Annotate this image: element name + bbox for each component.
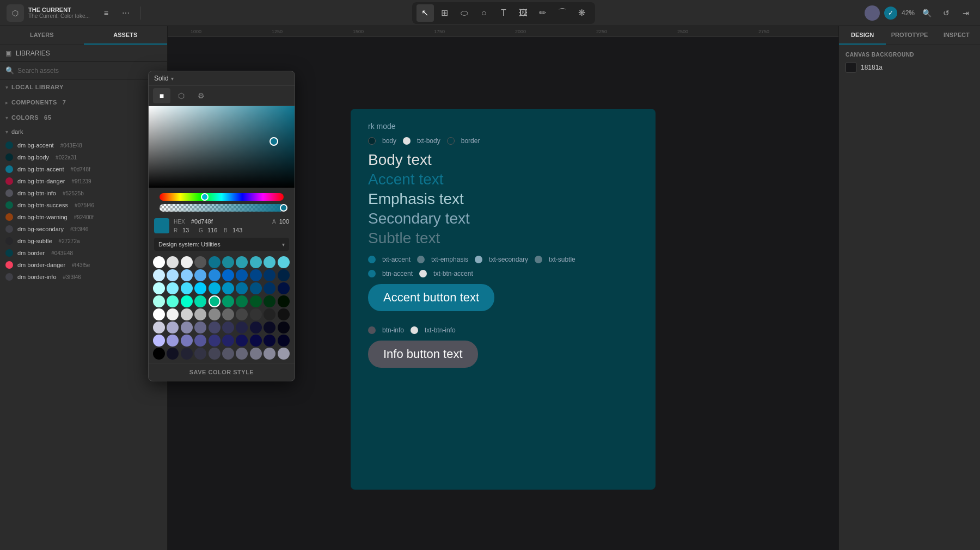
- canvas-bg-value[interactable]: 18181a: [861, 64, 883, 71]
- text-tool[interactable]: T: [495, 4, 512, 22]
- swatch[interactable]: [278, 295, 290, 307]
- swatch[interactable]: [222, 348, 234, 360]
- swatch[interactable]: [167, 348, 179, 360]
- swatch[interactable]: [278, 256, 290, 268]
- swatch[interactable]: [250, 335, 262, 347]
- color-item[interactable]: dm border#043E48: [0, 247, 167, 259]
- swatch[interactable]: [181, 308, 193, 320]
- swatch[interactable]: [194, 295, 206, 307]
- swatch[interactable]: [194, 256, 206, 268]
- pen-tool[interactable]: ✏: [534, 4, 552, 22]
- swatch[interactable]: [278, 282, 290, 294]
- swatch[interactable]: [153, 322, 165, 333]
- solid-dropdown[interactable]: Solid ▾: [154, 75, 174, 82]
- swatch[interactable]: [264, 269, 275, 281]
- swatch[interactable]: [278, 335, 290, 347]
- swatch[interactable]: [250, 308, 262, 320]
- swatch[interactable]: [167, 295, 179, 307]
- swatch[interactable]: [167, 335, 179, 347]
- swatch[interactable]: [222, 269, 234, 281]
- b-value[interactable]: 143: [232, 227, 246, 233]
- swatch[interactable]: [264, 256, 275, 268]
- swatch[interactable]: [181, 295, 193, 307]
- swatch[interactable]: [167, 322, 179, 333]
- components-header[interactable]: ▸ COMPONENTS 7: [0, 95, 167, 110]
- canvas-bg-swatch[interactable]: [846, 62, 856, 73]
- swatch[interactable]: [209, 335, 220, 347]
- swatch[interactable]: [222, 322, 234, 333]
- settings-tab[interactable]: ⚙: [192, 88, 210, 103]
- swatch[interactable]: [181, 269, 193, 281]
- swatch[interactable]: [153, 308, 165, 320]
- layers-tab[interactable]: LAYERS: [0, 26, 84, 45]
- ds-dropdown[interactable]: Design system: Utilities ▾: [154, 238, 289, 251]
- swatch[interactable]: [222, 282, 234, 294]
- swatch[interactable]: [194, 335, 206, 347]
- swatch[interactable]: [222, 295, 234, 307]
- swatch[interactable]: [153, 295, 165, 307]
- swatch[interactable]: [264, 335, 275, 347]
- swatch[interactable]: [250, 256, 262, 268]
- color-item[interactable]: dm bg-btn-danger#9f1239: [0, 175, 167, 187]
- swatch[interactable]: [236, 335, 248, 347]
- dark-group-header[interactable]: ▾ dark: [0, 125, 167, 137]
- swatch[interactable]: [250, 295, 262, 307]
- design-tab[interactable]: DESIGN: [839, 26, 886, 45]
- swatch[interactable]: [181, 256, 193, 268]
- swatch[interactable]: [250, 282, 262, 294]
- shape-tool[interactable]: ⬭: [456, 4, 473, 22]
- gradient-thumb[interactable]: [270, 137, 278, 146]
- swatch[interactable]: [181, 282, 193, 294]
- swatch[interactable]: [250, 348, 262, 360]
- swatch[interactable]: [222, 308, 234, 320]
- swatch[interactable]: [264, 308, 275, 320]
- swatch[interactable]: [167, 308, 179, 320]
- swatch[interactable]: [222, 256, 234, 268]
- swatch[interactable]: [278, 322, 290, 333]
- expand-icon[interactable]: ⇥: [958, 5, 973, 21]
- swatch[interactable]: [250, 322, 262, 333]
- swatch[interactable]: [194, 308, 206, 320]
- swatch[interactable]: [236, 348, 248, 360]
- swatch[interactable]: [153, 335, 165, 347]
- swatch[interactable]: [209, 256, 220, 268]
- menu-icon[interactable]: ≡: [99, 5, 114, 21]
- search-icon[interactable]: 🔍: [919, 5, 934, 21]
- swatch[interactable]: [194, 322, 206, 333]
- swatch[interactable]: [264, 348, 275, 360]
- swatch[interactable]: [209, 269, 220, 281]
- search-input[interactable]: [17, 67, 162, 75]
- component-tool[interactable]: ❋: [573, 4, 591, 22]
- info-button[interactable]: Info button text: [368, 341, 478, 368]
- hex-value[interactable]: #0d748f: [191, 218, 213, 225]
- color-item[interactable]: dm border-danger#f43f5e: [0, 259, 167, 271]
- save-color-style-button[interactable]: SAVE COLOR STYLE: [149, 363, 295, 381]
- color-item[interactable]: dm bg-btn-accent#0d748f: [0, 163, 167, 175]
- swatch[interactable]: [264, 295, 275, 307]
- swatch[interactable]: [209, 295, 220, 307]
- swatch[interactable]: [167, 256, 179, 268]
- color-item[interactable]: dm bg-body#022a31: [0, 151, 167, 163]
- swatch[interactable]: [181, 348, 193, 360]
- hue-bar[interactable]: [160, 193, 284, 201]
- swatch[interactable]: [264, 282, 275, 294]
- swatch[interactable]: [181, 335, 193, 347]
- swatch[interactable]: [153, 269, 165, 281]
- swatch[interactable]: [278, 269, 290, 281]
- swatch[interactable]: [236, 295, 248, 307]
- inspect-tab[interactable]: INSPECT: [933, 26, 980, 45]
- color-item[interactable]: dm border-info#3f3f46: [0, 271, 167, 283]
- frame-tool[interactable]: ⊞: [436, 4, 454, 22]
- local-library-header[interactable]: ▾ LOCAL LIBRARY: [0, 79, 167, 95]
- r-value[interactable]: 13: [182, 227, 195, 233]
- swatch[interactable]: [167, 269, 179, 281]
- swatch[interactable]: [153, 282, 165, 294]
- swatch[interactable]: [153, 256, 165, 268]
- history-icon[interactable]: ↺: [939, 5, 954, 21]
- swatch[interactable]: [209, 348, 220, 360]
- libraries-bar[interactable]: ▣ LIBRARIES: [0, 45, 167, 62]
- colors-header[interactable]: ▾ COLORS 65: [0, 110, 167, 125]
- select-tool[interactable]: ↖: [416, 4, 434, 22]
- swatch[interactable]: [236, 322, 248, 333]
- stroke-tab[interactable]: ⬡: [173, 88, 190, 103]
